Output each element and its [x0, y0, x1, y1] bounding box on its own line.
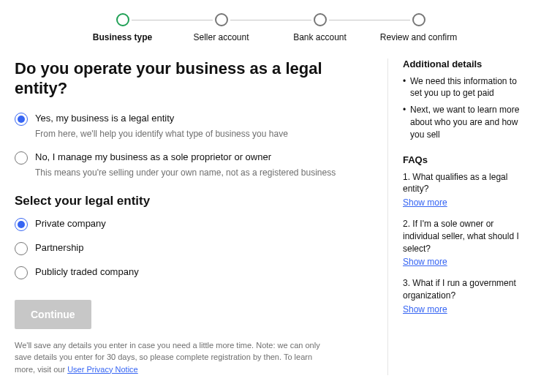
- faqs-heading: FAQs: [403, 154, 526, 165]
- radio-icon: [15, 242, 28, 255]
- radio-icon: [15, 151, 28, 165]
- radio-label: Yes, my business is a legal entity: [35, 112, 373, 125]
- step-review-confirm: Review and confirm: [369, 13, 468, 44]
- step-label: Review and confirm: [380, 32, 457, 44]
- step-connector: [132, 20, 213, 20]
- radio-description: This means you're selling under your own…: [35, 167, 373, 179]
- progress-stepper: Business type Seller account Bank accoun…: [0, 0, 541, 44]
- step-circle-icon: [412, 13, 425, 26]
- step-label: Seller account: [193, 32, 249, 44]
- faq-item: 2. If I'm a sole owner or individual sel…: [403, 218, 526, 268]
- radio-icon: [15, 266, 28, 279]
- step-connector: [230, 20, 311, 20]
- sidebar: Additional details We need this informat…: [387, 59, 526, 375]
- step-connector: [329, 20, 410, 20]
- radio-legal-entity-yes[interactable]: Yes, my business is a legal entity From …: [15, 112, 373, 140]
- list-item: We need this information to set you up t…: [403, 75, 526, 100]
- radio-description: From here, we'll help you identify what …: [35, 128, 373, 140]
- radio-label: Partnership: [35, 241, 373, 255]
- continue-button[interactable]: Continue: [15, 300, 91, 329]
- show-more-link[interactable]: Show more: [403, 256, 447, 268]
- radio-icon: [15, 113, 28, 126]
- faq-question: 2. If I'm a sole owner or individual sel…: [403, 218, 526, 255]
- main-form: Do you operate your business as a legal …: [15, 59, 387, 375]
- show-more-link[interactable]: Show more: [403, 197, 447, 209]
- radio-label: Publicly traded company: [35, 265, 373, 279]
- step-label: Bank account: [293, 32, 347, 44]
- list-item: Next, we want to learn more about who yo…: [403, 104, 526, 140]
- step-business-type: Business type: [73, 13, 172, 44]
- additional-details-list: We need this information to set you up t…: [403, 75, 526, 141]
- radio-partnership[interactable]: Partnership: [15, 241, 373, 255]
- footnote: We'll save any details you enter in case…: [15, 339, 329, 376]
- step-label: Business type: [93, 32, 152, 44]
- step-circle-icon: [314, 13, 327, 26]
- show-more-link[interactable]: Show more: [403, 304, 447, 316]
- additional-details-heading: Additional details: [403, 59, 526, 69]
- faq-question: 3. What if I run a government organizati…: [403, 277, 526, 302]
- faq-item: 3. What if I run a government organizati…: [403, 277, 526, 315]
- step-seller-account: Seller account: [172, 13, 270, 44]
- faq-question: 1. What qualifies as a legal entity?: [403, 171, 526, 196]
- footnote-text: We'll save any details you enter in case…: [15, 341, 320, 374]
- step-circle-icon: [215, 13, 228, 26]
- faq-item: 1. What qualifies as a legal entity? Sho…: [403, 171, 526, 209]
- privacy-notice-link[interactable]: User Privacy Notice: [67, 365, 138, 374]
- radio-icon: [15, 218, 28, 231]
- radio-label: Private company: [35, 217, 373, 230]
- radio-legal-entity-no[interactable]: No, I manage my business as a sole propr…: [15, 151, 373, 179]
- page-heading: Do you operate your business as a legal …: [15, 59, 373, 99]
- radio-publicly-traded[interactable]: Publicly traded company: [15, 265, 373, 279]
- radio-label: No, I manage my business as a sole propr…: [35, 151, 373, 164]
- step-circle-icon: [116, 13, 129, 26]
- entity-type-question: Private company Partnership Publicly tra…: [15, 217, 373, 279]
- step-bank-account: Bank account: [270, 13, 369, 44]
- entity-type-heading: Select your legal entity: [15, 194, 373, 208]
- radio-private-company[interactable]: Private company: [15, 217, 373, 231]
- legal-entity-question: Yes, my business is a legal entity From …: [15, 112, 373, 179]
